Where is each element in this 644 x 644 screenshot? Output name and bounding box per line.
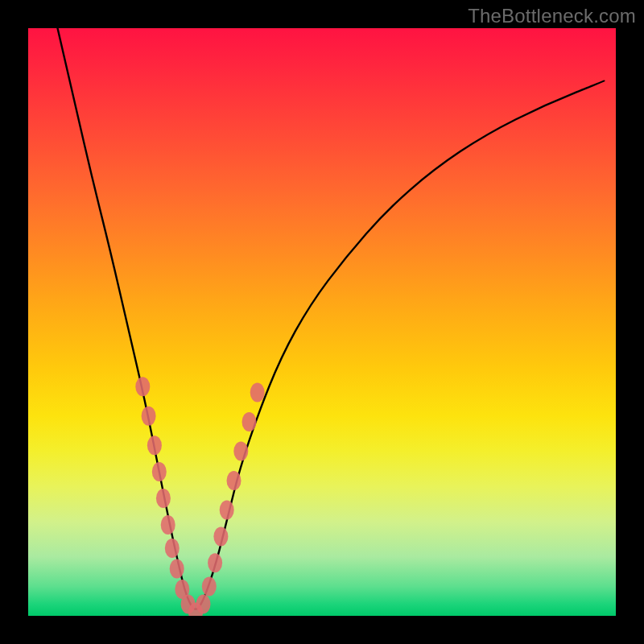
bottleneck-curve <box>58 28 605 609</box>
bead-marker <box>220 501 234 520</box>
bead-marker <box>161 515 175 535</box>
bead-marker <box>142 407 156 426</box>
bead-marker <box>152 462 167 481</box>
highlight-beads <box>135 377 264 616</box>
plot-area <box>28 28 616 616</box>
watermark-text: TheBottleneck.com <box>468 5 636 27</box>
bead-marker <box>196 594 211 613</box>
bead-marker <box>208 553 222 572</box>
bead-marker <box>233 442 248 461</box>
bead-marker <box>170 559 184 579</box>
bead-marker <box>202 577 217 597</box>
bead-marker <box>165 539 180 558</box>
bead-marker <box>227 471 242 490</box>
bead-marker <box>213 527 228 547</box>
bead-marker <box>147 436 162 455</box>
bead-marker <box>250 383 265 402</box>
bead-marker <box>242 412 257 431</box>
chart-frame: TheBottleneck.com <box>0 0 644 644</box>
bead-marker <box>135 377 150 396</box>
curve-svg <box>28 28 616 616</box>
bead-marker <box>156 489 171 508</box>
